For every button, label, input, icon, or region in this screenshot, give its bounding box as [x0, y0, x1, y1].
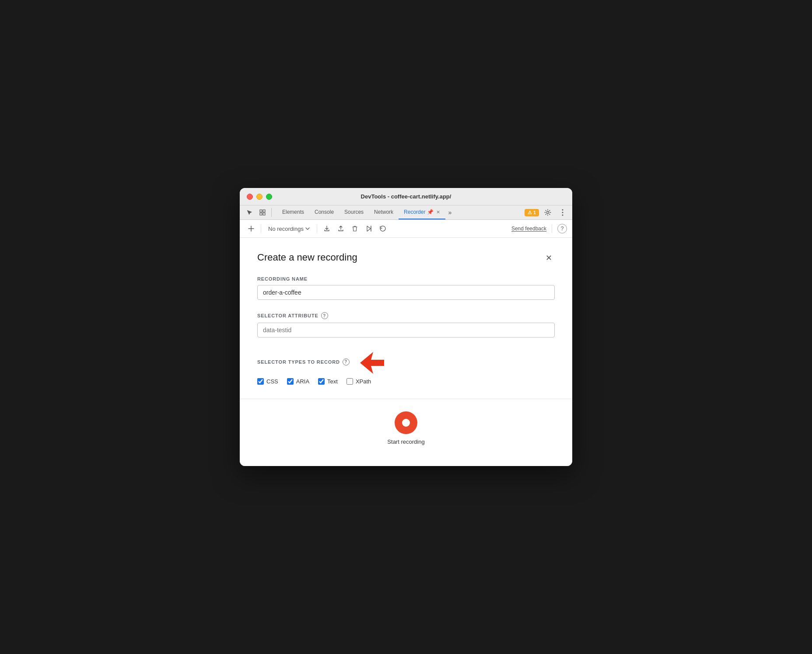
dialog-header: Create a new recording ✕: [257, 252, 555, 264]
more-options-icon[interactable]: [556, 206, 569, 219]
tab-bar-right: ⚠ 1: [525, 206, 569, 219]
css-checkbox[interactable]: [257, 378, 264, 385]
svg-rect-1: [263, 210, 265, 212]
selector-attribute-help-icon[interactable]: ?: [321, 312, 328, 319]
warning-icon: ⚠: [528, 210, 532, 216]
svg-rect-2: [260, 213, 262, 215]
help-button[interactable]: ?: [557, 224, 567, 233]
selector-attribute-input[interactable]: [257, 323, 555, 337]
xpath-label: XPath: [356, 378, 371, 385]
delete-button[interactable]: [349, 223, 361, 235]
dialog-close-button[interactable]: ✕: [542, 252, 555, 264]
svg-rect-0: [260, 210, 262, 212]
toolbar-right: Send feedback ?: [511, 224, 567, 233]
tab-console[interactable]: Console: [309, 205, 339, 219]
aria-checkbox[interactable]: [287, 378, 294, 385]
maximize-traffic-light[interactable]: [266, 194, 272, 200]
more-tabs-icon[interactable]: »: [445, 205, 454, 219]
arrow-annotation: [356, 350, 384, 374]
close-traffic-light[interactable]: [247, 194, 253, 200]
devtools-window: DevTools - coffee-cart.netlify.app/ Elem…: [240, 188, 572, 466]
svg-marker-8: [367, 226, 371, 231]
aria-label: ARIA: [296, 378, 309, 385]
minimize-traffic-light[interactable]: [256, 194, 262, 200]
recording-name-field-group: RECORDING NAME: [257, 276, 555, 300]
add-recording-button[interactable]: [245, 223, 257, 235]
traffic-lights: [247, 194, 272, 200]
recordings-label: No recordings: [268, 226, 304, 232]
import-button[interactable]: [335, 223, 347, 235]
tab-recorder[interactable]: Recorder 📌 ✕: [399, 205, 445, 219]
recording-name-input[interactable]: [257, 285, 555, 300]
selector-types-label: SELECTOR TYPES TO RECORD ?: [257, 350, 555, 374]
tab-network[interactable]: Network: [369, 205, 399, 219]
export-button[interactable]: [321, 223, 333, 235]
selector-attribute-field-group: SELECTOR ATTRIBUTE ?: [257, 312, 555, 337]
inspect-icon[interactable]: [256, 206, 269, 219]
start-recording-button[interactable]: [395, 411, 417, 434]
dialog-title: Create a new recording: [257, 252, 357, 263]
tab-close-icon[interactable]: ✕: [436, 209, 440, 215]
title-bar: DevTools - coffee-cart.netlify.app/: [240, 188, 572, 205]
checkbox-text[interactable]: Text: [318, 378, 338, 385]
settings-icon[interactable]: [542, 206, 554, 219]
cursor-icon[interactable]: [243, 206, 256, 219]
svg-point-5: [562, 209, 564, 211]
toolbar: No recordings: [240, 220, 572, 238]
checkbox-xpath[interactable]: XPath: [346, 378, 371, 385]
svg-point-6: [562, 212, 564, 213]
recorder-tab-label: Recorder: [404, 209, 425, 215]
play-button[interactable]: [363, 223, 375, 235]
svg-point-4: [547, 212, 549, 214]
tab-bar-separator: [271, 208, 272, 217]
start-recording-area: Start recording: [257, 399, 555, 452]
recordings-dropdown[interactable]: No recordings: [265, 224, 313, 234]
svg-rect-3: [263, 213, 265, 215]
tab-bar: Elements Console Sources Network Recorde…: [240, 205, 572, 220]
window-title: DevTools - coffee-cart.netlify.app/: [361, 193, 452, 200]
selector-types-section: SELECTOR TYPES TO RECORD ? CSS AR: [257, 350, 555, 385]
checkbox-css[interactable]: CSS: [257, 378, 278, 385]
toolbar-separator-2: [317, 224, 317, 233]
xpath-checkbox[interactable]: [346, 378, 353, 385]
warning-count: 1: [533, 210, 536, 215]
svg-point-7: [562, 215, 564, 216]
checkbox-aria[interactable]: ARIA: [287, 378, 309, 385]
toolbar-separator-3: [552, 224, 552, 233]
tab-sources[interactable]: Sources: [339, 205, 369, 219]
css-label: CSS: [266, 378, 278, 385]
tab-bar-icons: [243, 206, 273, 219]
svg-marker-10: [360, 352, 384, 374]
text-label: Text: [327, 378, 338, 385]
tab-elements[interactable]: Elements: [277, 205, 309, 219]
recording-name-label: RECORDING NAME: [257, 276, 555, 282]
start-recording-label: Start recording: [387, 438, 424, 445]
text-checkbox[interactable]: [318, 378, 325, 385]
warning-badge[interactable]: ⚠ 1: [525, 209, 539, 216]
selector-types-help-icon[interactable]: ?: [343, 358, 350, 365]
toolbar-separator-1: [261, 224, 261, 233]
checkboxes-row: CSS ARIA Text XPath: [257, 378, 555, 385]
selector-attribute-label: SELECTOR ATTRIBUTE ?: [257, 312, 555, 319]
send-feedback-link[interactable]: Send feedback: [511, 226, 546, 232]
main-content: Create a new recording ✕ RECORDING NAME …: [240, 238, 572, 466]
record-dot-icon: [402, 419, 410, 427]
pin-icon: 📌: [427, 209, 434, 215]
replay-button[interactable]: [377, 223, 389, 235]
